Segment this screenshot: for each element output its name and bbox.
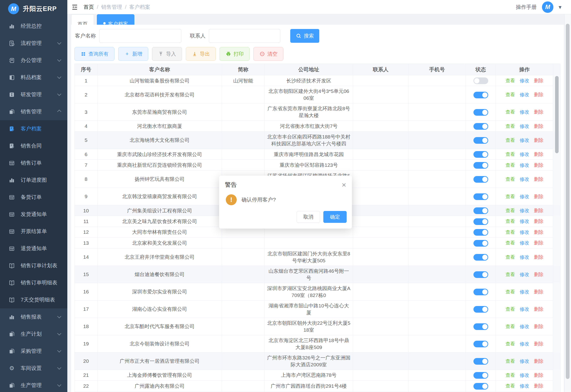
- status-toggle[interactable]: [473, 341, 488, 347]
- edit-link[interactable]: 修改: [520, 152, 529, 157]
- sidebar-item[interactable]: 客户档案: [0, 120, 67, 137]
- delete-link[interactable]: 删除: [534, 229, 543, 235]
- status-toggle[interactable]: [473, 218, 488, 225]
- delete-link[interactable]: 删除: [534, 272, 543, 277]
- tab[interactable]: 客户档案: [97, 14, 135, 25]
- sidebar-item[interactable]: ⚙ 车间设置: [0, 360, 67, 377]
- view-link[interactable]: 查看: [506, 219, 515, 224]
- close-icon[interactable]: ×: [342, 181, 346, 189]
- edit-link[interactable]: 修改: [520, 78, 529, 83]
- delete-link[interactable]: 删除: [534, 177, 543, 182]
- edit-link[interactable]: 修改: [520, 163, 529, 168]
- view-link[interactable]: 查看: [506, 163, 515, 168]
- view-link[interactable]: 查看: [506, 138, 515, 143]
- view-link[interactable]: 查看: [506, 152, 515, 157]
- status-toggle[interactable]: [473, 306, 488, 313]
- edit-link[interactable]: 修改: [520, 109, 529, 114]
- sidebar-item[interactable]: 经营总控: [0, 18, 67, 35]
- view-link[interactable]: 查看: [506, 124, 515, 129]
- toolbar-button[interactable]: + 新增: [118, 47, 148, 61]
- tab[interactable]: 首页: [71, 14, 94, 25]
- status-toggle[interactable]: [473, 77, 488, 84]
- status-toggle[interactable]: [473, 176, 488, 183]
- edit-link[interactable]: 修改: [520, 92, 529, 97]
- view-link[interactable]: 查看: [506, 289, 515, 294]
- delete-link[interactable]: 删除: [534, 373, 543, 378]
- delete-link[interactable]: 删除: [534, 254, 543, 260]
- sidebar-item[interactable]: 销售订单明细表: [0, 274, 67, 291]
- edit-link[interactable]: 修改: [520, 359, 529, 364]
- edit-link[interactable]: 修改: [520, 307, 529, 312]
- delete-link[interactable]: 删除: [534, 92, 543, 97]
- delete-link[interactable]: 删除: [534, 109, 543, 114]
- caret-down-icon[interactable]: ▾: [559, 4, 561, 10]
- status-toggle[interactable]: [473, 358, 488, 365]
- edit-link[interactable]: 修改: [520, 208, 529, 213]
- status-toggle[interactable]: [473, 207, 488, 214]
- sidebar-item[interactable]: 订单进度图: [0, 171, 67, 189]
- delete-link[interactable]: 删除: [534, 124, 543, 129]
- contact-input[interactable]: [209, 29, 280, 43]
- edit-link[interactable]: 修改: [520, 177, 529, 182]
- status-toggle[interactable]: [473, 372, 488, 379]
- view-link[interactable]: 查看: [506, 324, 515, 329]
- status-toggle[interactable]: [473, 137, 488, 144]
- avatar[interactable]: M: [542, 1, 553, 13]
- view-link[interactable]: 查看: [506, 341, 515, 346]
- sidebar-item[interactable]: 采购管理: [0, 343, 67, 360]
- edit-link[interactable]: 修改: [520, 124, 529, 129]
- cancel-button[interactable]: 取消: [297, 211, 320, 223]
- manual-link[interactable]: 操作手册: [516, 4, 537, 11]
- breadcrumb-item[interactable]: 客户档案: [129, 4, 150, 11]
- sidebar-item[interactable]: 发货通知单: [0, 206, 67, 223]
- delete-link[interactable]: 删除: [534, 163, 543, 168]
- delete-link[interactable]: 删除: [534, 219, 543, 224]
- toolbar-button[interactable]: 打印: [220, 47, 250, 61]
- view-link[interactable]: 查看: [506, 359, 515, 364]
- status-toggle[interactable]: [473, 383, 488, 390]
- view-link[interactable]: 查看: [506, 92, 515, 97]
- customer-name-input[interactable]: [99, 29, 181, 43]
- sidebar-item[interactable]: 销售订单计划表: [0, 257, 67, 274]
- sidebar-item[interactable]: 办公管理: [0, 52, 67, 69]
- view-link[interactable]: 查看: [506, 254, 515, 260]
- delete-link[interactable]: 删除: [534, 78, 543, 83]
- delete-link[interactable]: 删除: [534, 307, 543, 312]
- status-toggle[interactable]: [473, 229, 488, 236]
- confirm-button[interactable]: 确定: [323, 211, 347, 223]
- status-toggle[interactable]: [473, 92, 488, 98]
- toolbar-button[interactable]: 导出: [186, 47, 216, 61]
- sidebar-item[interactable]: 流程管理: [0, 35, 67, 52]
- sidebar-item[interactable]: 生产计划: [0, 325, 67, 343]
- page-scrollbar-thumb[interactable]: [566, 24, 570, 379]
- sidebar-item[interactable]: 备货订单: [0, 189, 67, 206]
- sidebar-item[interactable]: 销售订单: [0, 154, 67, 171]
- sidebar-item[interactable]: 销售管理: [0, 103, 67, 120]
- edit-link[interactable]: 修改: [520, 383, 529, 388]
- sidebar-item[interactable]: 料品档案: [0, 69, 67, 86]
- view-link[interactable]: 查看: [506, 240, 515, 245]
- edit-link[interactable]: 修改: [520, 289, 529, 294]
- table-scrollbar-thumb[interactable]: [555, 76, 559, 153]
- view-link[interactable]: 查看: [506, 307, 515, 312]
- status-toggle[interactable]: [473, 151, 488, 158]
- edit-link[interactable]: 修改: [520, 272, 529, 277]
- view-link[interactable]: 查看: [506, 383, 515, 388]
- view-link[interactable]: 查看: [506, 272, 515, 277]
- sidebar-item[interactable]: 研发管理: [0, 86, 67, 103]
- delete-link[interactable]: 删除: [534, 208, 543, 213]
- delete-link[interactable]: 删除: [534, 152, 543, 157]
- breadcrumb-item[interactable]: 首页: [84, 4, 94, 11]
- view-link[interactable]: 查看: [506, 78, 515, 83]
- toolbar-button[interactable]: 清空: [253, 47, 283, 61]
- view-link[interactable]: 查看: [506, 109, 515, 114]
- sidebar-item[interactable]: 开票结算单: [0, 223, 67, 240]
- edit-link[interactable]: 修改: [520, 194, 529, 199]
- sidebar-item[interactable]: 生产管理: [0, 377, 67, 392]
- sidebar-item[interactable]: 7天交货明细表: [0, 291, 67, 308]
- edit-link[interactable]: 修改: [520, 341, 529, 346]
- view-link[interactable]: 查看: [506, 208, 515, 213]
- edit-link[interactable]: 修改: [520, 229, 529, 235]
- edit-link[interactable]: 修改: [520, 373, 529, 378]
- toolbar-button[interactable]: 查询所有: [75, 47, 114, 61]
